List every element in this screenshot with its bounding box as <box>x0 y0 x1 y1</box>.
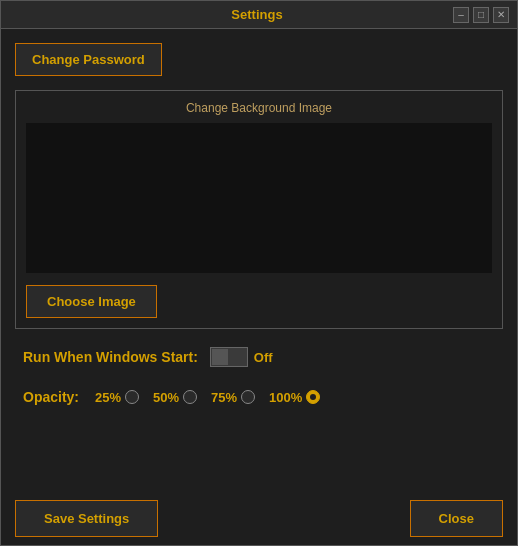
title-bar: Settings – □ ✕ <box>1 1 517 29</box>
opacity-radio-75[interactable] <box>241 390 255 404</box>
opacity-label-25: 25% <box>95 390 121 405</box>
run-on-startup-label: Run When Windows Start: <box>23 349 198 365</box>
toggle-container: Off <box>210 347 273 367</box>
opacity-options: 25% 50% 75% 100% <box>95 390 320 405</box>
toggle-switch[interactable] <box>210 347 248 367</box>
close-button[interactable]: ✕ <box>493 7 509 23</box>
opacity-label-50: 50% <box>153 390 179 405</box>
opacity-radio-25[interactable] <box>125 390 139 404</box>
image-preview <box>26 123 492 273</box>
minimize-button[interactable]: – <box>453 7 469 23</box>
opacity-radio-50[interactable] <box>183 390 197 404</box>
opacity-label: Opacity: <box>23 389 79 405</box>
save-settings-button[interactable]: Save Settings <box>15 500 158 537</box>
opacity-label-75: 75% <box>211 390 237 405</box>
opacity-radio-100[interactable] <box>306 390 320 404</box>
window-title: Settings <box>61 7 453 22</box>
window-controls: – □ ✕ <box>453 7 509 23</box>
opacity-option-50[interactable]: 50% <box>153 390 197 405</box>
opacity-option-25[interactable]: 25% <box>95 390 139 405</box>
close-button-bottom[interactable]: Close <box>410 500 503 537</box>
toggle-knob <box>212 349 228 365</box>
settings-window: Settings – □ ✕ Change Password Change Ba… <box>0 0 518 546</box>
bg-image-label: Change Background Image <box>26 101 492 115</box>
opacity-section: Opacity: 25% 50% 75% 100% <box>15 385 503 409</box>
change-password-button[interactable]: Change Password <box>15 43 162 76</box>
bottom-buttons: Save Settings Close <box>1 492 517 545</box>
run-on-startup-section: Run When Windows Start: Off <box>15 343 503 371</box>
main-content: Change Password Change Background Image … <box>1 29 517 492</box>
opacity-option-100[interactable]: 100% <box>269 390 320 405</box>
bg-image-section: Change Background Image Choose Image <box>15 90 503 329</box>
choose-image-button[interactable]: Choose Image <box>26 285 157 318</box>
opacity-label-100: 100% <box>269 390 302 405</box>
maximize-button[interactable]: □ <box>473 7 489 23</box>
toggle-state-label: Off <box>254 350 273 365</box>
opacity-option-75[interactable]: 75% <box>211 390 255 405</box>
